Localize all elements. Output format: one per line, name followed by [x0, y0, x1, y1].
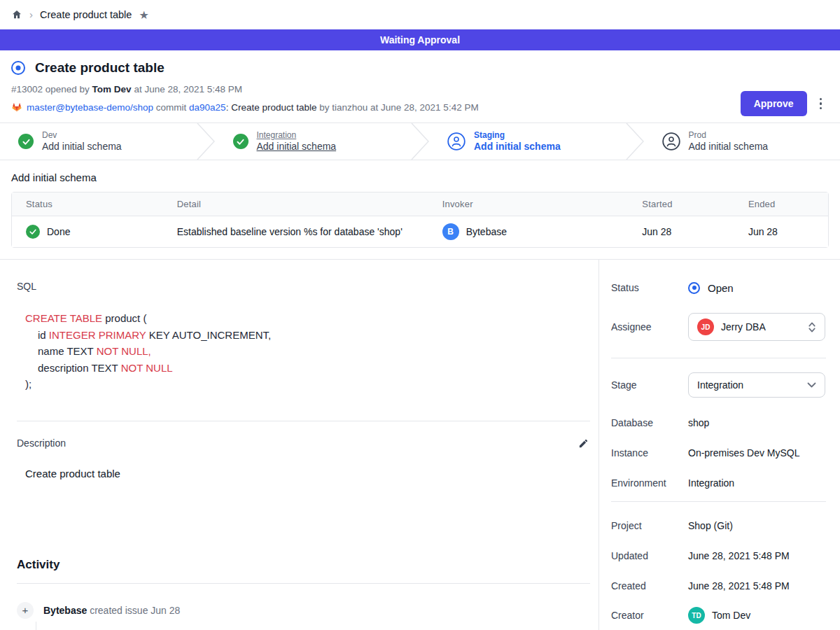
issue-open-status-icon	[11, 61, 25, 75]
sql-token: INTEGER PRIMARY	[49, 329, 146, 341]
stage-row: Stage Integration	[611, 372, 826, 398]
stage-done-check-icon	[233, 134, 248, 149]
bytebase-avatar: B	[442, 223, 459, 240]
task-started-date: Jun 28	[628, 216, 734, 247]
environment-label: Environment	[611, 477, 688, 489]
breadcrumb: › Create product table ★	[0, 0, 840, 29]
stage-select[interactable]: Integration	[688, 372, 825, 398]
approval-banner: Waiting Approval	[0, 29, 840, 50]
commit-colon: :	[226, 102, 232, 113]
task-table-header: Status Detail Invoker Started Ended	[12, 192, 828, 216]
commit-author-time: by tianzhou at June 28, 2021 5:42 PM	[316, 102, 478, 113]
stage-dev[interactable]: Dev Add initial schema	[0, 123, 197, 160]
main-panel: SQL CREATE TABLE product ( id INTEGER PR…	[0, 260, 598, 630]
issue-title: Create product table	[35, 60, 164, 76]
stage-value: Integration	[697, 379, 800, 391]
sql-token: KEY AUTO_INCREMENT,	[146, 329, 271, 341]
instance-value: On-premises Dev MySQL	[688, 447, 799, 458]
creator-row: Creator TD Tom Dev	[611, 607, 826, 624]
stage-pending-person-icon	[447, 132, 465, 150]
more-actions-kebab-icon[interactable]	[817, 95, 825, 113]
assignee-row: Assignee JD Jerry DBA	[611, 313, 826, 341]
gitlab-icon	[11, 102, 22, 113]
activity-item: + Bytebase created issue Jun 28	[17, 602, 590, 619]
updated-row: Updated June 28, 2021 5:48 PM	[611, 549, 826, 563]
sidebar-divider	[611, 501, 826, 502]
sql-token: NOT NULL,	[97, 345, 151, 357]
stage-prod[interactable]: Prod Add initial schema	[644, 123, 840, 160]
creator-avatar: TD	[688, 607, 705, 624]
assignee-value: Jerry DBA	[721, 321, 801, 332]
sql-section-label: SQL	[17, 281, 590, 292]
project-row: Project Shop (Git)	[611, 519, 826, 533]
sql-code-block: CREATE TABLE product ( id INTEGER PRIMAR…	[25, 310, 590, 393]
approve-button[interactable]: Approve	[741, 91, 807, 116]
created-row: Created June 28, 2021 5:48 PM	[611, 579, 826, 593]
activity-divider	[17, 583, 590, 584]
commit-line: master@bytebase-demo/shop commit da90a25…	[11, 102, 823, 113]
environment-value: Integration	[688, 477, 734, 489]
status-row: Status Open	[611, 281, 826, 295]
created-label: Created	[611, 580, 688, 592]
stage-pending-person-icon	[662, 132, 680, 150]
commit-branch-link[interactable]: master@bytebase-demo/shop	[27, 102, 153, 113]
section-divider	[17, 421, 590, 421]
status-value: Open	[708, 282, 734, 294]
approval-banner-text: Waiting Approval	[380, 34, 460, 46]
commit-message: Create product table	[231, 102, 316, 113]
stage-separator-chevron	[626, 123, 644, 160]
sql-token: description TEXT	[38, 362, 121, 374]
assignee-select[interactable]: JD Jerry DBA	[688, 313, 825, 341]
column-detail: Detail	[163, 192, 428, 216]
stage-task-label: Add initial schema	[257, 141, 337, 153]
instance-row: Instance On-premises Dev MySQL	[611, 446, 826, 460]
sql-token: CREATE TABLE	[25, 312, 102, 324]
issue-header: Create product table #13002 opened by To…	[0, 50, 840, 123]
stage-task-label: Add initial schema	[689, 141, 769, 153]
stage-integration[interactable]: Integration Add initial schema	[215, 123, 412, 160]
issue-author: Tom Dev	[92, 84, 132, 94]
updown-chevron-icon	[808, 322, 816, 332]
edit-description-pencil-icon[interactable]	[577, 437, 590, 450]
assignee-label: Assignee	[611, 321, 688, 332]
home-icon[interactable]	[11, 9, 22, 20]
updated-label: Updated	[611, 550, 688, 561]
issue-sidebar: Status Open Assignee JD Jerry DBA Stage …	[598, 260, 840, 630]
stage-separator-chevron	[411, 123, 429, 160]
created-value: June 28, 2021 5:48 PM	[688, 580, 790, 592]
plus-icon: +	[17, 602, 34, 619]
column-invoker: Invoker	[428, 192, 629, 216]
task-ended-date: Jun 28	[734, 216, 828, 247]
stage-env-label: Dev	[42, 130, 122, 141]
timeline-connector	[36, 622, 36, 630]
project-value: Shop (Git)	[688, 520, 733, 531]
description-label: Description	[17, 438, 66, 449]
column-started: Started	[628, 192, 734, 216]
creator-label: Creator	[611, 610, 688, 621]
stage-label: Stage	[611, 379, 688, 391]
pipeline: Dev Add initial schema Integration Add i…	[0, 123, 840, 160]
database-value: shop	[688, 417, 709, 428]
activity-actor: Bytebase	[43, 605, 87, 616]
commit-hash-link[interactable]: da90a25	[189, 102, 226, 113]
description-text: Create product table	[25, 468, 590, 479]
sql-token: name TEXT	[38, 345, 97, 357]
stage-env-label: Integration	[257, 130, 337, 141]
column-status: Status	[12, 192, 163, 216]
task-section-title: Add initial schema	[11, 172, 829, 183]
favorite-star-icon[interactable]: ★	[139, 8, 148, 22]
stage-staging-current[interactable]: Staging Add initial schema	[429, 123, 626, 160]
activity-action-text: created issue Jun 28	[87, 605, 180, 616]
issue-meta: #13002 opened by Tom Dev at June 28, 202…	[11, 84, 823, 94]
instance-label: Instance	[611, 447, 688, 458]
breadcrumb-page-title: Create product table	[40, 9, 132, 20]
task-done-check-icon	[26, 225, 40, 239]
task-row[interactable]: Done Established baseline version %s for…	[12, 216, 828, 247]
sql-token: NOT NULL	[121, 362, 173, 374]
sql-token: id	[38, 329, 49, 341]
sidebar-divider	[611, 358, 826, 358]
sql-token: );	[25, 378, 31, 390]
stage-separator-chevron	[197, 123, 215, 160]
status-label: Status	[611, 282, 688, 293]
task-invoker-name: Bytebase	[466, 226, 507, 237]
